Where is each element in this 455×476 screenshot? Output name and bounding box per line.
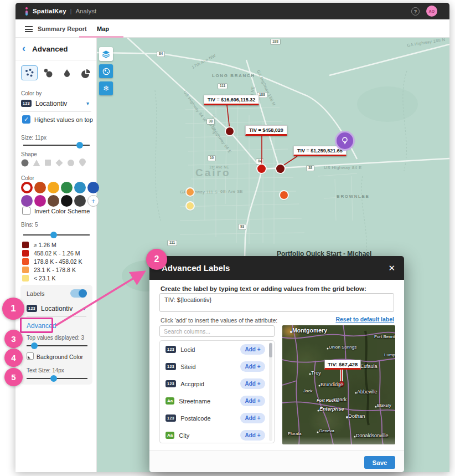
annotation-step-4: 4 [4,349,23,367]
legend-row: < 23.1 K [22,274,82,283]
chevron-down-icon[interactable]: ▾ [86,100,89,106]
shape-circle-selected[interactable] [21,159,29,167]
preview-city-label: Jack [303,388,312,393]
column-name: Siteid [180,364,196,370]
basemap-button[interactable] [99,64,113,78]
color-by-dropdown[interactable]: Locationtiv [35,100,67,108]
add-column-button[interactable]: Add + [240,396,265,406]
column-row[interactable]: 123 Siteid Add + [160,358,274,375]
scrollbar-thumb[interactable] [269,343,272,357]
sidebar-title: Advanced [32,45,68,53]
size-slider[interactable] [23,142,90,149]
map-point-marker[interactable] [276,165,285,173]
mode-points-button[interactable] [21,65,38,80]
modal-instruction: Create the label by typing text or addin… [161,285,366,292]
search-columns-input[interactable] [159,325,275,337]
text-size-slider[interactable] [27,375,87,382]
color-swatch[interactable] [34,182,46,193]
color-swatch[interactable] [48,195,59,207]
highest-values-label: Highest values on top [34,116,93,123]
map-point-marker[interactable] [257,165,266,173]
app-window: SpatialKey | Analyst ? AO Summary Report… [15,3,449,472]
chevron-down-icon[interactable]: ▾ [83,305,86,311]
text-size-label: Text Size: 14px [27,367,64,373]
labels-toggle[interactable] [70,289,87,298]
lightbulb-marker-icon[interactable] [337,132,353,149]
color-palette-row1 [21,182,99,193]
color-swatch[interactable] [61,182,73,193]
column-row[interactable]: 123 Accgrpid Add + [160,375,274,392]
tab-summary-report[interactable]: Summary Report [38,25,87,32]
column-row[interactable]: Aa Streetname Add + [160,392,274,410]
legend-swatch [22,258,29,265]
column-row[interactable]: Aa City Add + [160,427,274,443]
avatar[interactable]: AO [426,6,437,17]
add-color-button[interactable]: + [87,195,99,207]
invert-color-label: Invert Color Scheme [34,208,90,214]
top-values-label: Top values displayed: 3 [27,335,84,341]
reset-default-link[interactable]: Reset to default label [335,316,394,323]
back-chevron-icon[interactable]: ‹ [22,43,25,53]
slider-handle[interactable] [50,375,57,382]
annotation-step-5: 5 [4,368,23,386]
shape-pin[interactable] [79,158,86,167]
color-swatch-selected[interactable] [21,182,33,193]
label-field-dropdown[interactable]: Locationtiv [41,305,73,313]
shape-label: Shape [21,151,37,157]
mode-bubbles-button[interactable] [40,65,56,80]
add-column-button[interactable]: Add + [240,413,265,423]
column-row[interactable]: 123 Postalcode Add + [160,410,274,427]
slider-handle[interactable] [31,342,38,349]
color-swatch[interactable] [74,195,86,207]
color-swatch[interactable] [34,195,46,207]
background-color-checkbox[interactable] [27,352,34,360]
bins-slider[interactable] [23,232,90,238]
mode-regions-button[interactable] [77,65,94,80]
close-icon[interactable]: ✕ [388,263,395,273]
color-swatch[interactable] [61,195,73,207]
scrollbar[interactable] [269,342,272,441]
columns-list: 123 Locid Add + 123 Siteid Add + 123 Acc… [159,340,275,443]
advanced-labels-modal: Advanced Labels ✕ Create the label by ty… [149,256,404,472]
invert-color-checkbox[interactable] [22,207,30,215]
top-values-slider[interactable] [27,342,87,349]
map-point-marker[interactable] [187,188,194,196]
add-column-button[interactable]: Add + [240,344,265,355]
effects-button[interactable]: ❄ [99,81,113,95]
color-swatch[interactable] [48,182,59,193]
slider-handle[interactable] [50,232,57,238]
column-name: Streetname [179,398,210,405]
add-column-button[interactable]: Add + [240,361,265,372]
slider-handle[interactable] [76,142,83,149]
divider [15,60,96,60]
screenshot-root: SpatialKey | Analyst ? AO Summary Report… [0,0,455,476]
preview-city-label: Montgomery [292,327,327,334]
modal-header: Advanced Labels ✕ [149,256,404,280]
menu-icon[interactable] [25,26,33,34]
tab-bar: Summary Report Map [15,19,449,38]
highest-values-checkbox[interactable]: ✓ [22,115,30,124]
layers-button[interactable] [99,47,113,61]
help-icon[interactable]: ? [411,7,420,16]
preview-city-label: Lumpkin [384,352,395,357]
map-point-marker[interactable] [187,202,194,209]
column-row[interactable]: 123 Locid Add + [160,341,274,358]
mode-heatmap-button[interactable] [59,65,75,80]
add-column-button[interactable]: Add + [240,378,265,389]
add-column-button[interactable]: Add + [240,430,265,441]
color-swatch[interactable] [21,195,33,207]
shape-square[interactable] [44,159,51,166]
color-swatch[interactable] [87,182,99,193]
flame-icon [62,68,72,78]
preview-city-label: Blakely [377,403,391,408]
map-point-marker[interactable] [280,191,288,199]
shape-diamond[interactable] [55,159,63,167]
shape-dot[interactable] [67,159,75,167]
preview-city-label: Fort Benning [374,334,395,339]
tab-map[interactable]: Map [97,25,109,32]
color-swatch[interactable] [74,182,86,193]
map-point-marker[interactable] [226,127,234,135]
label-template-input[interactable]: TIV: ${locationtiv} [159,293,394,312]
save-button[interactable]: Save [364,456,395,469]
shape-triangle[interactable] [33,159,40,167]
